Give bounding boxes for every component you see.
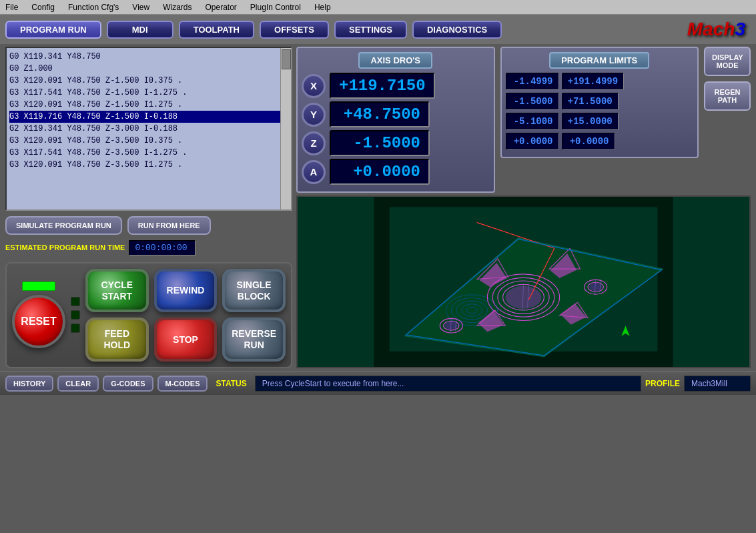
tab-toolpath[interactable]: TOOLPATH	[179, 21, 254, 39]
simulate-program-run-button[interactable]: SIMULATE PROGRAM RUN	[5, 216, 122, 235]
limit-values-z: -5.1000 +15.0000	[506, 113, 619, 130]
nav-tabs: PROGRAM RUN MDI TOOLPATH OFFSETS SETTING…	[0, 15, 756, 44]
program-limits-title: PROGRAM LIMITS	[549, 52, 649, 69]
mach3-logo: Mach3	[687, 19, 751, 40]
code-line[interactable]: G3 X120.091 Y48.750 Z-1.500 I0.375 .	[9, 75, 288, 87]
code-line[interactable]: G0 X119.341 Y48.750	[9, 51, 288, 63]
axis-btn-a[interactable]: A	[302, 160, 326, 184]
status-bar: HISTORY CLEAR G-CODES M-CODES STATUS Pre…	[0, 371, 756, 395]
reset-button[interactable]: RESET	[12, 295, 65, 348]
status-label: STATUS	[212, 379, 250, 388]
limit-row-y: -1.5000 +71.5000	[506, 93, 694, 110]
limit-max-y: +71.5000	[562, 93, 619, 110]
dro-side-buttons: DISPLAY MODE REGEN PATH	[704, 47, 751, 111]
tab-offsets[interactable]: OFFSETS	[260, 21, 329, 39]
regen-path-button[interactable]: REGEN PATH	[704, 81, 751, 111]
rewind-button[interactable]: REWIND	[154, 269, 218, 313]
stop-button[interactable]: STOP	[154, 318, 218, 362]
limit-row-a: +0.0000 +0.0000	[506, 133, 694, 150]
small-indicators	[71, 297, 80, 333]
controls-section: SIMULATE PROGRAM RUN RUN FROM HERE ESTIM…	[5, 216, 292, 255]
limit-min-x: -1.4999	[506, 73, 559, 90]
right-panel: AXIS DRO'S X +119.7150 Y +48.7500 Z -1.5…	[296, 47, 751, 368]
big-buttons-area: RESET CYCLE START REWIND SINGLE BLOCK FE…	[5, 262, 292, 368]
menu-function-cfgs[interactable]: Function Cfg's	[65, 3, 121, 12]
axis-btn-z[interactable]: Z	[302, 131, 326, 155]
code-line[interactable]: G3 X120.091 Y48.750 Z-3.500 I1.275 .	[9, 159, 288, 171]
indicator-dot-1	[71, 297, 80, 306]
history-button[interactable]: HISTORY	[5, 376, 53, 392]
indicator-dot-3	[71, 324, 80, 333]
limit-min-a: +0.0000	[506, 133, 559, 150]
estimated-time-value: 0:00:00:00	[129, 240, 196, 255]
limit-values-x: -1.4999 +191.4999	[506, 73, 625, 90]
code-line[interactable]: G3 X119.716 Y48.750 Z-1.500 I-0.188	[9, 111, 288, 123]
toolpath-svg	[298, 197, 749, 367]
reverse-run-button[interactable]: REVERSE RUN	[222, 318, 286, 362]
left-panel: G0 X119.341 Y48.750G0 Z1.000G3 X120.091 …	[5, 47, 292, 368]
axis-dro-title: AXIS DRO'S	[358, 52, 432, 69]
status-text: Press CycleStart to execute from here...	[255, 376, 641, 392]
menu-wizards[interactable]: Wizards	[160, 3, 194, 12]
menu-bar: File Config Function Cfg's View Wizards …	[0, 0, 756, 15]
code-line[interactable]: G3 X117.541 Y48.750 Z-3.500 I-1.275 .	[9, 147, 288, 159]
reset-section: RESET	[12, 282, 65, 348]
axis-value-z: -1.5000	[330, 130, 430, 156]
code-line[interactable]: G0 Z1.000	[9, 63, 288, 75]
scrollbar-vertical[interactable]	[280, 48, 291, 209]
axis-value-a: +0.0000	[330, 159, 430, 185]
limit-values-a: +0.0000 +0.0000	[506, 133, 615, 150]
menu-file[interactable]: File	[3, 3, 21, 12]
indicator-dot-2	[71, 310, 80, 320]
axis-value-x: +119.7150	[330, 73, 435, 99]
limit-min-z: -5.1000	[506, 113, 559, 130]
limit-row-z: -5.1000 +15.0000	[506, 113, 694, 130]
tab-diagnostics[interactable]: DIAGNOSTICS	[412, 21, 502, 39]
code-line[interactable]: G3 X120.091 Y48.750 Z-3.500 I0.375 .	[9, 135, 288, 147]
profile-value: Mach3Mill	[684, 376, 751, 392]
axis-btn-y[interactable]: Y	[302, 103, 326, 127]
menu-plugin-control[interactable]: PlugIn Control	[248, 3, 304, 12]
tab-program-run[interactable]: PROGRAM RUN	[5, 21, 101, 39]
code-line[interactable]: G3 X120.091 Y48.750 Z-1.500 I1.275 .	[9, 99, 288, 111]
menu-operator[interactable]: Operator	[203, 3, 240, 12]
axis-row-y: Y +48.7500	[302, 101, 490, 127]
display-mode-button[interactable]: DISPLAY MODE	[704, 47, 751, 76]
feed-hold-button[interactable]: FEED HOLD	[85, 318, 149, 362]
gcodes-button[interactable]: G-CODES	[103, 376, 153, 392]
green-indicator	[22, 282, 55, 291]
limit-max-a: +0.0000	[562, 133, 615, 150]
limit-values-y: -1.5000 +71.5000	[506, 93, 619, 110]
menu-config[interactable]: Config	[29, 3, 57, 12]
estimated-time-label: ESTIMATED PROGRAM RUN TIME	[5, 243, 125, 251]
cycle-start-button[interactable]: CYCLE START	[85, 269, 149, 313]
menu-view[interactable]: View	[129, 3, 152, 12]
limit-max-x: +191.4999	[562, 73, 625, 90]
code-line[interactable]: G2 X119.341 Y48.750 Z-3.000 I-0.188	[9, 123, 288, 135]
single-block-button[interactable]: SINGLE BLOCK	[222, 269, 286, 313]
profile-label: PROFILE	[645, 379, 680, 388]
axis-value-y: +48.7500	[330, 101, 430, 127]
axis-row-z: Z -1.5000	[302, 130, 490, 156]
axis-row-a: A +0.0000	[302, 159, 490, 185]
run-from-here-button[interactable]: RUN FROM HERE	[127, 216, 211, 235]
toolpath-display	[296, 195, 751, 368]
limit-min-y: -1.5000	[506, 93, 559, 110]
axis-btn-x[interactable]: X	[302, 74, 326, 98]
code-line[interactable]: G3 X117.541 Y48.750 Z-1.500 I-1.275 .	[9, 87, 288, 99]
tab-mdi[interactable]: MDI	[107, 21, 173, 39]
limit-max-z: +15.0000	[562, 113, 619, 130]
clear-button[interactable]: CLEAR	[57, 376, 99, 392]
axis-row-x: X +119.7150	[302, 73, 490, 99]
control-buttons-grid: CYCLE START REWIND SINGLE BLOCK FEED HOL…	[85, 269, 286, 362]
menu-help[interactable]: Help	[312, 3, 334, 12]
limit-row-x: -1.4999 +191.4999	[506, 73, 694, 90]
mcodes-button[interactable]: M-CODES	[157, 376, 208, 392]
code-editor[interactable]: G0 X119.341 Y48.750G0 Z1.000G3 X120.091 …	[5, 47, 292, 211]
tab-settings[interactable]: SETTINGS	[334, 21, 407, 39]
